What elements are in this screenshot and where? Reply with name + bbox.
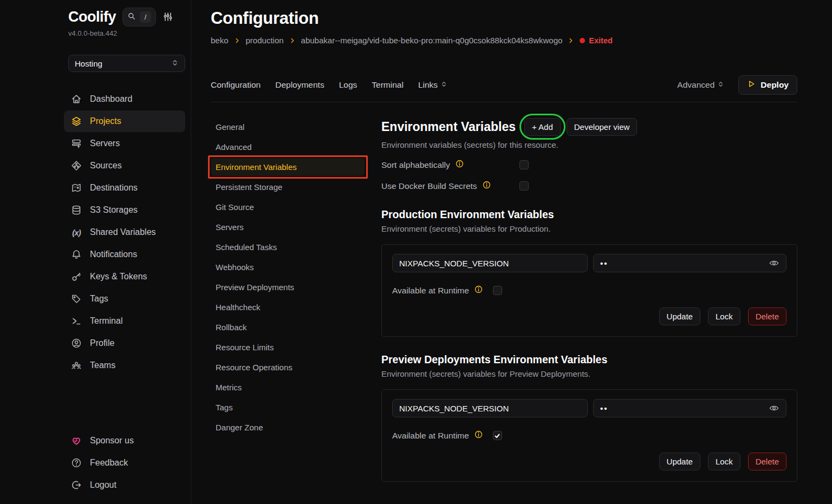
variable-name-input[interactable]: NIXPACKS_NODE_VERSION — [392, 254, 588, 272]
subnav-item-rollback[interactable]: Rollback — [211, 318, 365, 336]
sort-alphabetically-checkbox[interactable] — [519, 160, 529, 169]
subnav-item-healthcheck[interactable]: Healthcheck — [211, 298, 365, 316]
info-icon — [474, 430, 483, 441]
sliders-icon[interactable] — [162, 11, 174, 23]
production-section-subtitle: Environment (secrets) variables for Prod… — [381, 224, 797, 233]
sidebar: Coolify / v4.0.0-beta.442 Hosting — [0, 0, 191, 504]
developer-view-button[interactable]: Developer view — [567, 118, 638, 136]
preview-section-subtitle: Environment (secrets) variables for Prev… — [381, 369, 797, 378]
sidebar-item-servers[interactable]: Servers — [64, 133, 185, 154]
sidebar-item-label: Shared Variables — [90, 227, 156, 237]
subnav-item-scheduled-tasks[interactable]: Scheduled Tasks — [211, 238, 365, 256]
sidebar-item-keys-tokens[interactable]: Keys & Tokens — [64, 266, 185, 287]
breadcrumb-environment[interactable]: production — [246, 36, 284, 45]
sidebar-item-projects[interactable]: Projects — [64, 110, 185, 132]
delete-button[interactable]: Delete — [748, 453, 786, 470]
users-icon — [71, 360, 82, 371]
subnav-item-webhooks[interactable]: Webhooks — [211, 258, 365, 276]
update-button[interactable]: Update — [659, 307, 700, 325]
subnav-item-environment-variables[interactable]: Environment Variables — [211, 158, 365, 176]
subnav-item-resource-operations[interactable]: Resource Operations — [211, 358, 365, 376]
sidebar-item-terminal[interactable]: Terminal — [64, 310, 185, 332]
docker-build-secrets-row: Use Docker Build Secrets — [381, 180, 797, 192]
sidebar-item-teams[interactable]: Teams — [64, 355, 185, 376]
eye-icon[interactable] — [769, 258, 779, 269]
available-at-runtime-checkbox[interactable] — [493, 286, 502, 295]
chevron-right-icon — [234, 37, 240, 44]
logout-icon — [71, 480, 82, 490]
tab-terminal[interactable]: Terminal — [372, 80, 404, 90]
variable-value-input[interactable]: •• — [593, 399, 786, 417]
sidebar-item-label: Destinations — [90, 183, 138, 193]
subnav-item-tags[interactable]: Tags — [211, 398, 365, 416]
subnav-item-danger-zone[interactable]: Danger Zone — [211, 418, 365, 436]
sidebar-item-dashboard[interactable]: Dashboard — [64, 88, 185, 110]
sidebar-item-feedback[interactable]: Feedback — [64, 452, 185, 474]
lock-button[interactable]: Lock — [708, 453, 740, 470]
search-icon — [127, 12, 136, 23]
sidebar-item-sponsor-us[interactable]: Sponsor us — [64, 430, 185, 451]
add-variable-button[interactable]: + Add — [524, 118, 561, 136]
status-badge: Exited — [580, 36, 613, 45]
sidebar-item-notifications[interactable]: Notifications — [64, 244, 185, 265]
key-icon — [71, 271, 82, 282]
breadcrumb-resource[interactable]: abubakar--meigag/vid-tube-beko-pro:main-… — [301, 36, 563, 45]
sidebar-item-label: Sources — [90, 161, 122, 171]
layers-icon — [71, 116, 82, 127]
tab-configuration[interactable]: Configuration — [211, 80, 261, 90]
status-dot — [580, 38, 585, 43]
available-at-runtime-label: Available at Runtime — [392, 286, 469, 296]
eye-icon[interactable] — [769, 403, 779, 414]
environment-variables-panel: Environment Variables + Add Developer vi… — [381, 118, 797, 482]
sidebar-item-label: Servers — [90, 139, 120, 148]
git-source-icon — [71, 160, 82, 171]
chevron-updown-icon — [717, 80, 724, 90]
chevron-right-icon — [289, 37, 296, 44]
tabs-bar: Configuration Deployments Logs Terminal … — [211, 75, 797, 102]
subnav-item-git-source[interactable]: Git Source — [211, 198, 365, 216]
team-selector[interactable]: Hosting — [68, 55, 185, 72]
subnav-item-advanced[interactable]: Advanced — [211, 138, 365, 156]
play-icon — [747, 80, 756, 90]
breadcrumb-project[interactable]: beko — [211, 36, 229, 45]
sidebar-item-shared-variables[interactable]: (x) Shared Variables — [64, 221, 185, 243]
tab-logs[interactable]: Logs — [339, 80, 358, 90]
subnav-item-servers[interactable]: Servers — [211, 218, 365, 236]
deploy-button[interactable]: Deploy — [738, 75, 797, 95]
sidebar-item-tags[interactable]: Tags — [64, 288, 185, 310]
sidebar-item-logout[interactable]: Logout — [64, 474, 185, 496]
bell-icon — [71, 249, 82, 260]
sidebar-item-label: Feedback — [90, 458, 128, 468]
advanced-dropdown[interactable]: Advanced — [677, 80, 724, 90]
search-button[interactable]: / — [122, 8, 156, 27]
sidebar-item-s3-storages[interactable]: S3 Storages — [64, 199, 185, 221]
tab-links[interactable]: Links — [418, 80, 447, 90]
subnav-item-general[interactable]: General — [211, 118, 365, 136]
database-icon — [71, 205, 82, 215]
variable-value-input[interactable]: •• — [593, 254, 786, 272]
tab-deployments[interactable]: Deployments — [275, 80, 324, 90]
docker-build-secrets-label: Use Docker Build Secrets — [381, 181, 477, 191]
search-shortcut-key: / — [140, 11, 151, 23]
variable-name-value: NIXPACKS_NODE_VERSION — [399, 404, 509, 413]
available-at-runtime-checkbox[interactable] — [493, 431, 502, 440]
sidebar-item-destinations[interactable]: Destinations — [64, 177, 185, 199]
subnav-item-persistent-storage[interactable]: Persistent Storage — [211, 178, 365, 196]
docker-build-secrets-checkbox[interactable] — [519, 181, 529, 191]
subnav-item-metrics[interactable]: Metrics — [211, 378, 365, 396]
sidebar-item-profile[interactable]: Profile — [64, 332, 185, 354]
sidebar-item-label: Keys & Tokens — [90, 272, 147, 282]
subnav-item-preview-deployments[interactable]: Preview Deployments — [211, 278, 365, 296]
variable-masked-value: •• — [600, 259, 608, 268]
available-at-runtime-row: Available at Runtime — [392, 430, 786, 441]
sidebar-item-sources[interactable]: Sources — [64, 155, 185, 176]
available-at-runtime-row: Available at Runtime — [392, 285, 786, 296]
env-variables-title: Environment Variables — [381, 120, 516, 134]
lock-button[interactable]: Lock — [708, 307, 740, 325]
chevron-updown-icon — [171, 59, 179, 68]
subnav-item-resource-limits[interactable]: Resource Limits — [211, 338, 365, 356]
delete-button[interactable]: Delete — [748, 307, 786, 325]
status-label: Exited — [589, 36, 613, 45]
variable-name-input[interactable]: NIXPACKS_NODE_VERSION — [392, 399, 588, 417]
update-button[interactable]: Update — [659, 453, 700, 470]
